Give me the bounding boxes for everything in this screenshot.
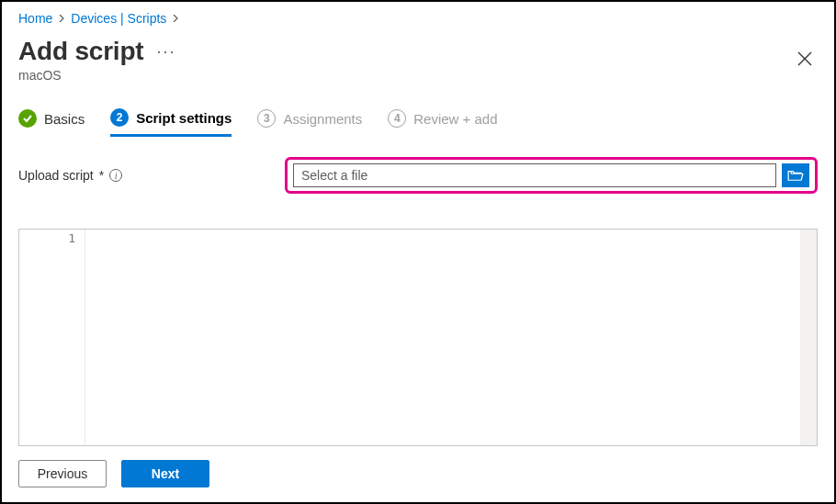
info-icon[interactable]: i: [109, 169, 122, 182]
upload-highlight: [285, 157, 818, 194]
next-button[interactable]: Next: [121, 460, 209, 487]
folder-open-icon: [787, 169, 804, 182]
step-script-settings[interactable]: 2 Script settings: [110, 108, 232, 137]
upload-script-row: Upload script * i: [18, 157, 818, 194]
wizard-steps: Basics 2 Script settings 3 Assignments 4…: [18, 108, 818, 137]
upload-script-label: Upload script * i: [18, 168, 276, 183]
chevron-right-icon: [58, 12, 65, 25]
step-label: Assignments: [283, 111, 362, 127]
chevron-right-icon: [172, 12, 179, 25]
file-select-input[interactable]: [293, 163, 776, 187]
editor-body[interactable]: [85, 230, 817, 445]
page-title: Add script: [18, 37, 143, 66]
required-mark: *: [99, 168, 104, 183]
page-subtitle: macOS: [18, 68, 175, 83]
step-number-icon: 2: [110, 108, 129, 127]
editor-gutter: 1: [19, 230, 85, 445]
script-editor[interactable]: 1: [18, 229, 818, 446]
step-label: Script settings: [136, 110, 232, 126]
step-label: Review + add: [413, 111, 497, 127]
browse-file-button[interactable]: [782, 163, 809, 187]
breadcrumb-devices-scripts[interactable]: Devices | Scripts: [71, 11, 166, 26]
step-number-icon: 4: [388, 109, 406, 128]
more-actions-icon[interactable]: ···: [156, 42, 175, 62]
breadcrumb: Home Devices | Scripts: [18, 9, 818, 31]
breadcrumb-home[interactable]: Home: [18, 11, 52, 26]
step-number-icon: 3: [257, 109, 276, 128]
close-icon: [797, 51, 812, 66]
close-button[interactable]: [792, 46, 818, 74]
step-review-add[interactable]: 4 Review + add: [388, 108, 497, 136]
footer-actions: Previous Next: [2, 446, 834, 502]
step-assignments[interactable]: 3 Assignments: [257, 108, 362, 136]
step-basics[interactable]: Basics: [18, 108, 85, 136]
previous-button[interactable]: Previous: [18, 460, 107, 487]
check-icon: [18, 109, 37, 128]
step-label: Basics: [44, 111, 85, 127]
line-number: 1: [19, 231, 75, 245]
